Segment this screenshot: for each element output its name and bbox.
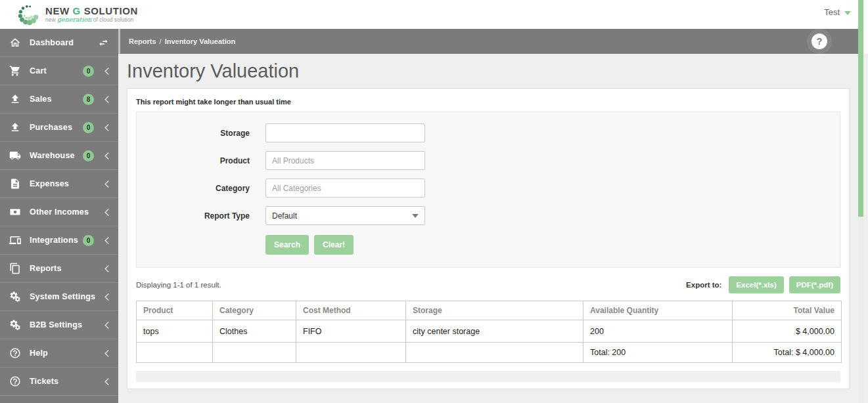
sidebar-item-tickets[interactable]: Tickets — [0, 368, 118, 396]
clear-button[interactable]: Clear! — [314, 235, 354, 255]
sidebar-item-label: Sales — [30, 95, 52, 104]
sidebar-item-label: Tickets — [30, 377, 58, 386]
sidebar-item-label: System Settings — [30, 292, 95, 301]
page-right-edge — [863, 54, 868, 403]
field-label: Category — [137, 184, 250, 193]
form-row-product: Product — [137, 151, 840, 170]
count-badge: 0 — [83, 122, 94, 133]
chevron-left-icon — [104, 321, 110, 329]
table-footer-cell: Total: 200 — [583, 343, 733, 363]
count-badge: 0 — [83, 150, 94, 161]
scrollbar-thumb[interactable] — [858, 0, 863, 217]
sidebar-item-label: Purchases — [30, 123, 72, 132]
product-input[interactable] — [265, 151, 425, 170]
sidebar-item-b2b-settings[interactable]: B2B Settings — [0, 311, 118, 339]
sidebar-item-cart[interactable]: Cart0 — [0, 57, 118, 85]
sidebar-item-system-settings[interactable]: System Settings — [0, 283, 118, 311]
sidebar-item-help[interactable]: Help — [0, 339, 118, 368]
column-header-cost-method: Cost Method — [296, 301, 406, 320]
filter-form: StorageProductCategoryReport TypeDefault… — [136, 112, 840, 268]
chevron-left-icon — [104, 152, 110, 160]
top-header: NEW G SOLUTION new generation of cloud s… — [0, 0, 868, 29]
sidebar-item-integrations[interactable]: Integrations0 — [0, 226, 118, 255]
main-content: Inventory Valueation This report might t… — [118, 54, 858, 403]
sidebar-item-expenses[interactable]: Expenses — [0, 170, 118, 198]
sidebar-item-warehouse[interactable]: Warehouse0 — [0, 142, 118, 170]
sidebar-item-sales[interactable]: Sales8 — [0, 85, 118, 114]
export-label: Export to: — [686, 281, 721, 289]
vertical-scrollbar — [858, 0, 863, 403]
upload-icon — [9, 121, 21, 133]
form-row-report-type: Report TypeDefault — [137, 206, 840, 225]
chevron-left-icon — [104, 123, 110, 132]
breadcrumb-section[interactable]: Reports — [129, 37, 156, 45]
truck-icon — [9, 150, 21, 161]
sidebar-nav: DashboardCart0Sales8Purchases0Warehouse0… — [0, 29, 118, 403]
sidebar-item-reports[interactable]: Reports — [0, 255, 118, 283]
sidebar-item-label: Reports — [30, 264, 62, 273]
sidebar-item-label: B2B Settings — [30, 320, 82, 329]
field-label: Product — [137, 156, 250, 165]
breadcrumb: Reports / Inventory Valueation — [120, 37, 235, 45]
table-cell: 200 — [583, 320, 733, 343]
sidebar-item-label: Cart — [30, 66, 47, 75]
invoice-icon — [9, 178, 21, 190]
table-cell: Clothes — [213, 320, 296, 343]
money-icon — [9, 206, 21, 218]
sidebar-item-label: Other Incomes — [30, 207, 89, 217]
user-menu[interactable]: Test — [824, 7, 851, 17]
column-header-product: Product — [137, 301, 213, 320]
report-notice: This report might take longer than usual… — [127, 89, 849, 106]
logo-icon — [16, 2, 41, 27]
report-type-select[interactable]: Default — [265, 206, 425, 225]
logo-text: NEW G SOLUTION new generation of cloud s… — [45, 6, 138, 23]
sidebar-item-label: Expenses — [30, 179, 69, 188]
table-footer-cell — [296, 343, 406, 363]
count-badge: 8 — [83, 94, 94, 105]
horizontal-scrollbar[interactable] — [136, 371, 840, 382]
chevron-left-icon — [104, 236, 110, 245]
field-label: Report Type — [137, 211, 250, 221]
home-icon — [9, 37, 21, 49]
report-panel: This report might take longer than usual… — [127, 88, 850, 389]
column-header-available-quantity: Available Quantity — [583, 301, 733, 320]
selected-value: Default — [272, 211, 297, 221]
sidebar-item-label: Integrations — [30, 236, 78, 245]
table-cell: $ 4,000.00 — [733, 320, 842, 343]
table-footer-cell — [213, 343, 296, 363]
breadcrumb-current: Inventory Valueation — [165, 37, 236, 45]
sidebar-item-label: Dashboard — [30, 38, 74, 47]
help-button[interactable]: ? — [811, 33, 827, 49]
export-button-excel-xls-[interactable]: Excel(*.xls) — [729, 276, 783, 293]
question-icon — [9, 347, 21, 359]
sidebar-item-dashboard[interactable]: Dashboard — [0, 29, 118, 57]
chevron-left-icon — [104, 265, 110, 273]
table-cell: city center storage — [406, 320, 583, 343]
export-group: Export to: Excel(*.xls)PDF(*.pdf) — [686, 276, 840, 293]
chevron-down-icon — [412, 214, 419, 218]
column-header-storage: Storage — [406, 301, 583, 320]
question-icon: ? — [817, 36, 823, 47]
swap-arrows-icon[interactable] — [97, 37, 110, 48]
table-footer-cell — [137, 343, 213, 363]
category-input[interactable] — [265, 179, 425, 198]
sidebar-item-label: Warehouse — [30, 151, 75, 160]
export-button-pdf-pdf-[interactable]: PDF(*.pdf) — [789, 276, 840, 293]
chevron-left-icon — [104, 293, 110, 301]
search-button[interactable]: Search — [265, 235, 309, 255]
count-badge: 0 — [83, 66, 94, 77]
sidebar-item-purchases[interactable]: Purchases0 — [0, 114, 118, 142]
table-row: topsClothesFIFOcity center storage200$ 4… — [137, 320, 842, 343]
storage-input[interactable] — [265, 123, 425, 142]
user-menu-label: Test — [824, 7, 840, 17]
results-summary: Displaying 1-1 of 1 result. — [136, 281, 221, 289]
form-row-storage: Storage — [137, 123, 840, 142]
chevron-left-icon — [104, 180, 110, 188]
pages-icon — [9, 263, 21, 274]
app-logo[interactable]: NEW G SOLUTION new generation of cloud s… — [16, 2, 138, 27]
field-label: Storage — [137, 129, 250, 138]
results-table: ProductCategoryCost MethodStorageAvailab… — [136, 301, 842, 363]
page-title: Inventory Valueation — [127, 60, 858, 82]
sidebar-item-other-incomes[interactable]: Other Incomes — [0, 198, 118, 226]
question-icon — [9, 375, 21, 387]
